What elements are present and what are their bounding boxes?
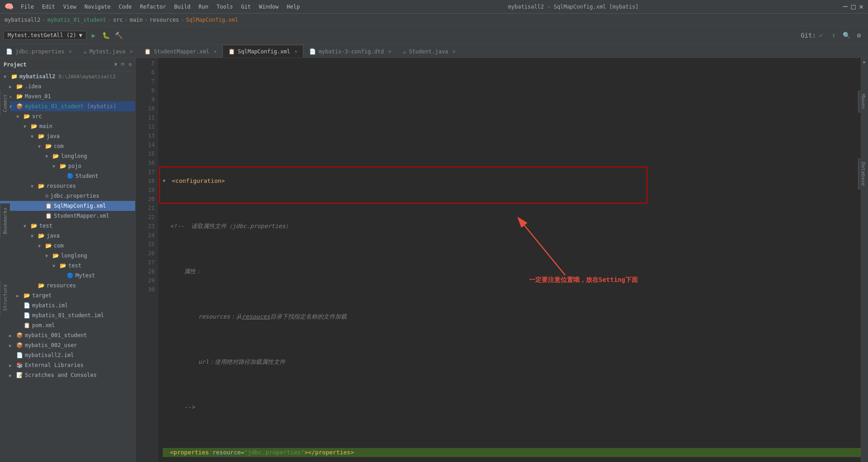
tab-icon-sqlmapconfig: 📋	[228, 48, 235, 55]
fold-marker-5[interactable]: ▼	[163, 176, 170, 186]
breadcrumb-part-5[interactable]: SqlMapConfig.xml	[186, 17, 238, 23]
menu-help[interactable]: Help	[283, 3, 303, 11]
tree-item-maven01[interactable]: ▶ 📂 Maven_01	[0, 91, 135, 101]
sidebar-collapse-icon[interactable]: ▼	[114, 62, 118, 67]
tab-mytest-java[interactable]: ☕ Mytest.java ✕	[77, 45, 138, 57]
tab-jdbc-properties[interactable]: 📄 jdbc.properties ✕	[0, 45, 77, 57]
settings-button[interactable]: ⚙	[854, 30, 864, 41]
build-button[interactable]: 🔨	[113, 30, 124, 41]
project-sidebar: Project ▼ ⟳ ⚙ ▼ 📁 mybatisall2 D:\JAVA\my…	[0, 58, 136, 462]
tree-item-java[interactable]: ▼ 📂 java	[0, 131, 135, 141]
right-panel-indicator: ▶	[863, 60, 867, 64]
breadcrumb-part-2[interactable]: src	[113, 17, 123, 23]
close-button[interactable]: ✕	[859, 2, 863, 11]
tree-item-src[interactable]: ▼ 📂 src	[0, 111, 135, 121]
run-config-dropdown[interactable]: ▼	[79, 32, 82, 38]
tree-item-resources[interactable]: ▼ 📂 resources	[0, 181, 135, 191]
menu-view[interactable]: View	[60, 3, 80, 11]
tree-item-test-resources[interactable]: ▶ 📂 resources	[0, 281, 135, 291]
sidebar-header: Project ▼ ⟳ ⚙	[0, 58, 135, 71]
tree-item-pom-xml[interactable]: ▶ 📋 pom.xml	[0, 320, 135, 330]
tree-item-mybatisall2-iml[interactable]: ▶ 📄 mybatisall2.iml	[0, 350, 135, 360]
tab-icon-jdbc: 📄	[6, 48, 13, 55]
code-lines[interactable]: 一定要注意位置哦，放在Setting下面 ▼ <configuration> <…	[158, 58, 861, 462]
minimize-button[interactable]: ─	[843, 2, 848, 11]
breadcrumb-part-4[interactable]: resources	[150, 17, 179, 23]
tree-item-test-java[interactable]: ▼ 📂 java	[0, 231, 135, 241]
tree-item-test-longlong[interactable]: ▼ 📂 longlong	[0, 251, 135, 261]
menu-run[interactable]: Run	[195, 3, 212, 11]
tab-label-mytest: Mytest.java	[90, 48, 125, 55]
menu-refactor[interactable]: Refactor	[136, 3, 170, 11]
tree-item-target[interactable]: ▶ 📂 target	[0, 291, 135, 300]
menu-bar[interactable]: File Edit View Navigate Code Refactor Bu…	[17, 3, 303, 11]
structure-tab[interactable]: Structure	[0, 281, 10, 315]
tree-item-mybatisall2[interactable]: ▼ 📁 mybatisall2 D:\JAVA\mybatisall2	[0, 71, 135, 81]
run-config[interactable]: Mytest.testGetAll (2) ▼	[4, 31, 86, 40]
tree-item-test-dir[interactable]: ▼ 📂 test	[0, 261, 135, 271]
run-button[interactable]: ▶	[88, 30, 99, 41]
breadcrumb-part-1[interactable]: mybatis_01_student	[47, 17, 106, 23]
tree-item-sqlmapconfig-xml[interactable]: ▶ 📋 SqlMapConfig.xml	[0, 201, 135, 211]
tree-item-external-libs[interactable]: ▶ 📚 External Libraries	[0, 360, 135, 370]
breadcrumb-part-0[interactable]: mybatisall2	[5, 17, 40, 23]
code-line-6: <!-- 读取属性文件（jdbc.properties）	[163, 222, 861, 231]
tree-item-mybatis-iml[interactable]: ▶ 📄 mybatis.iml	[0, 300, 135, 310]
commit-tab[interactable]: Commit	[0, 90, 10, 116]
git-commit[interactable]: ✓	[816, 30, 826, 41]
menu-navigate[interactable]: Navigate	[81, 3, 114, 11]
debug-button[interactable]: 🐛	[101, 30, 112, 41]
tree-item-test-com[interactable]: ▼ 📂 com	[0, 241, 135, 251]
tab-close-sqlmapconfig[interactable]: ✕	[295, 49, 297, 54]
tree-item-mybatis01[interactable]: ▼ 📦 mybatis_01_student [mybatis]	[0, 101, 135, 111]
tab-dtd[interactable]: 📄 mybatis-3-config.dtd ✕	[303, 45, 397, 57]
database-tab[interactable]: Database	[858, 158, 868, 190]
menu-build[interactable]: Build	[170, 3, 194, 11]
tree-item-mytest-class[interactable]: ▶ 🔵 Mytest	[0, 271, 135, 281]
maximize-button[interactable]: □	[851, 2, 856, 11]
menu-edit[interactable]: Edit	[38, 3, 59, 11]
tree-item-mybatis002[interactable]: ▶ 📦 mybatis_002_user	[0, 340, 135, 350]
code-editor[interactable]: 5 6 7 8 9 10 11 12 13 14 15 16 17 18 19 …	[136, 58, 861, 462]
tab-icon-mytest: ☕	[83, 48, 86, 55]
tab-close-studentmapper[interactable]: ✕	[214, 49, 217, 54]
menu-git[interactable]: Git	[237, 3, 255, 11]
line-numbers: 5 6 7 8 9 10 11 12 13 14 15 16 17 18 19 …	[136, 58, 158, 462]
sidebar-settings-icon[interactable]: ⚙	[128, 62, 132, 67]
tab-close-jdbc[interactable]: ✕	[69, 49, 71, 54]
tree-item-main[interactable]: ▼ 📂 main	[0, 121, 135, 131]
menu-tools[interactable]: Tools	[213, 3, 236, 11]
code-line-9: url：使用绝对路径加载属性文件	[163, 357, 861, 367]
tab-studentmapper[interactable]: 📋 StudentMapper.xml ✕	[138, 45, 222, 57]
tab-icon-student: ☕	[403, 48, 406, 55]
tab-label-dtd: mybatis-3-config.dtd	[319, 48, 384, 55]
menu-file[interactable]: File	[17, 3, 38, 11]
git-push[interactable]: ↑	[828, 30, 839, 41]
bookmarks-tab[interactable]: Bookmarks	[0, 204, 10, 238]
tab-student-java[interactable]: ☕ Student.java ✕	[397, 45, 461, 57]
tree-item-pojo[interactable]: ▼ 📂 pojo	[0, 161, 135, 171]
breadcrumb-part-3[interactable]: main	[130, 17, 143, 23]
tab-sqlmapconfig[interactable]: 📋 SqlMapConfig.xml ✕	[222, 45, 303, 57]
tree-item-studentmapper-xml[interactable]: ▶ 📋 StudentMapper.xml	[0, 211, 135, 221]
tab-close-student[interactable]: ✕	[453, 49, 455, 54]
git-update[interactable]: Git:	[803, 30, 814, 41]
sidebar-scroll-icon[interactable]: ⟳	[121, 62, 125, 67]
tab-close-mytest[interactable]: ✕	[130, 49, 132, 54]
window-controls[interactable]: ─ □ ✕	[843, 2, 863, 11]
maven-tab[interactable]: Maven	[858, 90, 868, 113]
tree-item-longlong[interactable]: ▼ 📂 longlong	[0, 151, 135, 161]
tree-item-jdbc-properties[interactable]: ▶ ⚙ jdbc.properties	[0, 191, 135, 201]
tree-item-test[interactable]: ▼ 📂 test	[0, 221, 135, 231]
tab-label-studentmapper: StudentMapper.xml	[154, 48, 209, 55]
search-everywhere[interactable]: 🔍	[841, 30, 852, 41]
tree-item-mybatis001[interactable]: ▶ 📦 mybatis_001_student	[0, 330, 135, 340]
tree-item-mybatis01-iml[interactable]: ▶ 📄 mybatis_01_student.iml	[0, 310, 135, 320]
tree-item-com[interactable]: ▼ 📂 com	[0, 141, 135, 151]
tree-item-student-class[interactable]: ▶ 🔵 Student	[0, 171, 135, 181]
menu-window[interactable]: Window	[255, 3, 282, 11]
tree-item-idea[interactable]: ▶ 📂 .idea	[0, 81, 135, 91]
tab-close-dtd[interactable]: ✕	[388, 49, 391, 54]
tree-item-scratches[interactable]: ▶ 📝 Scratches and Consoles	[0, 370, 135, 380]
menu-code[interactable]: Code	[115, 3, 136, 11]
